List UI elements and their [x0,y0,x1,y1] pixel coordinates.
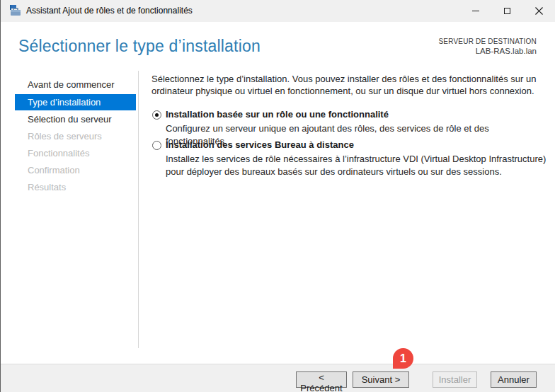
destination-server-block: SERVEUR DE DESTINATION LAB-RAS.lab.lan [439,37,537,57]
sidebar-item-server-selection[interactable]: Sélection du serveur [15,111,136,128]
install-button: Installer [433,371,477,388]
radio-remote-desktop-installation[interactable] [152,141,161,150]
sidebar-item-server-roles: Rôles de serveurs [15,128,136,145]
minimize-button[interactable] [459,0,491,22]
option-remote-desktop-label[interactable]: Installation des services Bureau à dista… [166,139,354,150]
window-titlebar: Assistant Ajout de rôles et de fonctionn… [1,0,555,22]
maximize-icon [504,8,510,14]
caption-buttons [459,0,555,22]
wizard-window: Assistant Ajout de rôles et de fonctionn… [0,0,555,392]
close-icon [535,7,543,15]
close-button[interactable] [523,0,555,22]
wizard-app-icon [10,5,21,16]
radio-role-based-installation[interactable] [152,110,161,120]
next-button[interactable]: Suivant > [353,371,409,388]
option-remote-desktop-description: Installez les services de rôle nécessair… [166,153,551,178]
sidebar-item-before-you-begin[interactable]: Avant de commencer [15,76,136,93]
destination-server-name: LAB-RAS.lab.lan [439,46,537,57]
minimize-icon [472,11,479,11]
sidebar-item-installation-type[interactable]: Type d’installation [15,94,136,110]
radio-selected-dot [155,113,159,117]
step-annotation-badge: 1 [393,348,413,369]
option-role-based-label[interactable]: Installation basée sur un rôle ou une fo… [166,109,389,120]
sidebar-content-divider [138,71,139,348]
page-title: Sélectionner le type d’installation [18,37,261,56]
sidebar-item-features: Fonctionnalités [15,145,136,162]
wizard-steps-sidebar: Avant de commencer Type d’installation S… [15,76,136,196]
maximize-button[interactable] [491,0,523,22]
installation-type-intro-text: Sélectionnez le type d’installation. Vou… [151,73,542,97]
sidebar-item-results: Résultats [15,179,136,196]
window-title: Assistant Ajout de rôles et de fonctionn… [26,0,193,22]
cancel-button[interactable]: Annuler [491,371,537,388]
previous-button[interactable]: < Précédent [296,371,347,388]
sidebar-item-confirmation: Confirmation [15,162,136,179]
destination-server-label: SERVEUR DE DESTINATION [439,37,537,46]
